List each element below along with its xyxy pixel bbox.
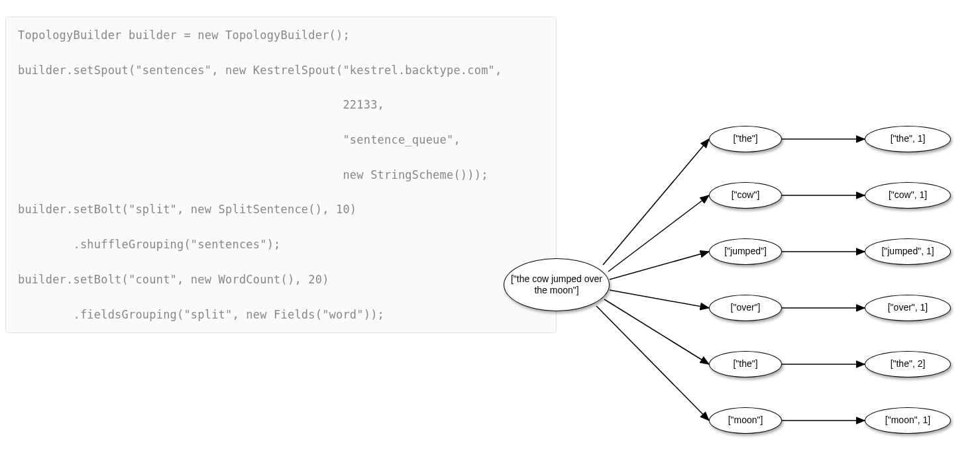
node-count-the-2: ["the", 2] xyxy=(865,351,951,377)
svg-line-5 xyxy=(596,306,709,421)
node-label: ["cow", 1] xyxy=(889,189,927,201)
code-line: .shuffleGrouping("sentences"); xyxy=(18,238,281,251)
node-label: ["over", 1] xyxy=(888,302,928,314)
topology-diagram: ["the cow jumped over the moon"] ["the"]… xyxy=(504,113,980,449)
node-label: ["moon"] xyxy=(728,415,763,426)
node-word-jumped: ["jumped"] xyxy=(709,238,782,265)
node-label: ["the"] xyxy=(733,133,757,145)
code-line: builder.setSpout("sentences", new Kestre… xyxy=(18,64,502,77)
node-count-the-1: ["the", 1] xyxy=(865,126,951,152)
node-label: ["over"] xyxy=(731,302,761,314)
svg-line-3 xyxy=(610,290,709,308)
node-word-the-2: ["the"] xyxy=(709,351,782,377)
code-line: new StringScheme())); xyxy=(18,168,488,181)
node-label: ["jumped"] xyxy=(724,246,767,258)
node-word-moon: ["moon"] xyxy=(709,407,782,434)
node-word-over: ["over"] xyxy=(709,295,782,321)
node-count-jumped: ["jumped", 1] xyxy=(865,238,951,265)
code-block: TopologyBuilder builder = new TopologyBu… xyxy=(5,17,557,333)
node-root-sentence: ["the cow jumped over the moon"] xyxy=(504,258,610,311)
svg-line-4 xyxy=(604,299,709,364)
node-count-over: ["over", 1] xyxy=(865,295,951,321)
node-label: ["the cow jumped over the moon"] xyxy=(508,274,605,297)
code-line: builder.setBolt("split", new SplitSenten… xyxy=(18,203,356,216)
svg-line-0 xyxy=(603,139,709,265)
code-line: TopologyBuilder builder = new TopologyBu… xyxy=(18,28,350,42)
node-word-cow: ["cow"] xyxy=(709,182,782,209)
svg-line-2 xyxy=(610,252,709,279)
node-label: ["cow"] xyxy=(732,189,760,201)
code-line: 22133, xyxy=(18,98,384,111)
code-line: .fieldsGrouping("split", new Fields("wor… xyxy=(18,308,384,321)
node-label: ["moon", 1] xyxy=(885,415,930,426)
node-label: ["the", 1] xyxy=(891,133,926,145)
code-line: builder.setBolt("count", new WordCount()… xyxy=(18,273,329,286)
node-count-cow: ["cow", 1] xyxy=(865,182,951,209)
node-label: ["jumped", 1] xyxy=(881,246,934,258)
code-line: "sentence_queue", xyxy=(18,133,461,146)
node-label: ["the", 2] xyxy=(891,358,926,370)
node-word-the-1: ["the"] xyxy=(709,126,782,152)
node-count-moon: ["moon", 1] xyxy=(865,407,951,434)
svg-line-1 xyxy=(608,195,709,272)
node-label: ["the"] xyxy=(733,358,757,370)
